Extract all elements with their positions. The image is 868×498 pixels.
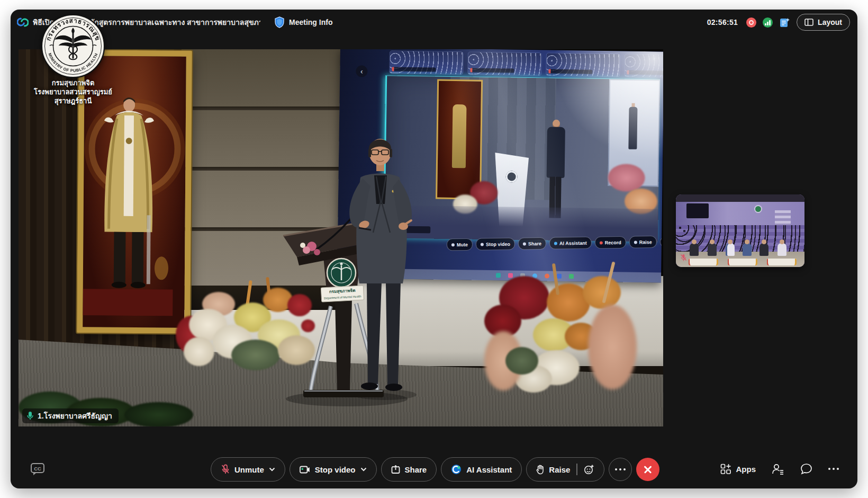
control-bar-right: Apps [720, 457, 839, 481]
share-button[interactable]: Share [381, 457, 437, 482]
webex-meeting-window: พิธีเปิดการอบรมหลักสูตรการพยาบาลเฉพาะทาง… [11, 10, 857, 488]
meeting-control-bar: CC Unmute Stop video [11, 457, 857, 481]
projected-ai-assistant-button: AI Assistant [549, 237, 592, 250]
chat-icon [800, 463, 812, 475]
pip-thumbnail-video[interactable] [676, 194, 804, 267]
flower-arrangement-left [184, 287, 319, 382]
chat-button[interactable] [800, 463, 812, 475]
webex-logo-icon [17, 16, 29, 28]
mic-muted-icon [221, 464, 230, 475]
reactions-icon[interactable] [584, 464, 594, 475]
flower-blob [184, 337, 214, 366]
raise-hand-button[interactable]: Raise [526, 457, 604, 482]
apps-icon [720, 464, 731, 475]
participants-icon [772, 463, 784, 475]
apps-button[interactable]: Apps [720, 464, 756, 475]
share-icon [391, 465, 400, 474]
projected-raise-button: Raise [629, 236, 656, 248]
raise-hand-icon [536, 465, 544, 475]
top-bar-right: 02:56:51 Layout [707, 10, 850, 35]
ai-assistant-label: AI Assistant [466, 465, 512, 474]
ai-assistant-icon [451, 464, 462, 475]
leave-meeting-button[interactable] [636, 458, 659, 481]
projected-flowers [608, 164, 645, 192]
projected-record-button: Record [594, 236, 626, 249]
audience-person [743, 243, 752, 256]
stop-video-label: Stop video [315, 465, 356, 474]
closed-captions-button[interactable]: CC [30, 461, 46, 476]
muted-mic-icon [680, 254, 687, 262]
active-speaker-label: 1.โรงพยาบาลศรีธัญญา [22, 408, 119, 423]
audience-person [760, 243, 768, 256]
projected-stop-video-button: Stop video [476, 238, 515, 251]
projected-share-button: Share [518, 237, 546, 250]
flower-blob [231, 340, 280, 370]
connection-quality-icon[interactable] [763, 17, 773, 28]
thumbnail-table [689, 259, 718, 265]
audience-person [726, 243, 735, 256]
podium-sign: กรมสุขภาพจิต Department of Mental Health [321, 286, 364, 302]
flower-arrangement-right [484, 272, 638, 408]
speaker-mic-icon [26, 411, 34, 421]
meeting-info-label: Meeting Info [289, 18, 332, 26]
recording-indicator-icon[interactable] [746, 17, 756, 28]
stop-video-button[interactable]: Stop video [290, 457, 377, 482]
apps-label: Apps [736, 465, 756, 474]
flower-blob [301, 319, 315, 332]
layout-label: Layout [818, 18, 842, 26]
pill-divider [576, 464, 577, 475]
flower-blob [588, 305, 637, 389]
flower-blob [505, 347, 538, 375]
unmute-label: Unmute [234, 465, 264, 474]
chevron-down-icon [360, 467, 367, 472]
active-speaker-name: 1.โรงพยาบาลศรีธัญญา [38, 410, 112, 422]
plant-blob [124, 402, 193, 426]
control-bar-center: Unmute Stop video Share [211, 457, 659, 482]
flower-blob [287, 294, 312, 316]
layout-button[interactable]: Layout [797, 14, 850, 31]
meeting-title: พิธีเปิดการอบรมหลักสูตรการพยาบาลเฉพาะทาง… [33, 16, 260, 28]
thumbnail-screen [686, 203, 709, 218]
thumbnail-table [728, 259, 757, 265]
more-icon [615, 468, 626, 470]
audience-person [777, 243, 786, 256]
royal-portrait-figure [83, 56, 174, 316]
chevron-down-icon [269, 467, 275, 472]
thumbnail-wall-logo [755, 206, 761, 212]
thumbnail-ceiling [676, 194, 804, 202]
overflow-icon [828, 468, 839, 470]
projected-filmstrip-tile [625, 55, 663, 78]
main-stage-video: ‹ Mute Stop video Share AI Assistant R [19, 49, 663, 426]
audience-person [708, 243, 717, 256]
cc-text: CC [34, 466, 41, 472]
audience-person [690, 243, 699, 256]
cc-icon: CC [30, 461, 46, 476]
meeting-timer: 02:56:51 [707, 18, 738, 26]
unmute-button[interactable]: Unmute [211, 457, 285, 482]
more-options-button[interactable] [609, 458, 632, 481]
projected-filmstrip-tile [468, 52, 541, 75]
thumbnail-table [767, 259, 797, 265]
camera-icon [300, 466, 310, 474]
overflow-menu-button[interactable] [828, 468, 839, 470]
projected-speaker [539, 119, 573, 220]
participants-button[interactable] [772, 463, 784, 475]
notes-icon[interactable] [779, 17, 790, 28]
projected-filmstrip [390, 51, 663, 77]
projected-filmstrip-tile [390, 51, 463, 74]
shield-icon [274, 16, 285, 28]
meeting-info-button[interactable]: Meeting Info [274, 16, 332, 28]
share-label: Share [405, 465, 427, 474]
flower-blob [583, 276, 621, 309]
flower-blob [278, 335, 315, 365]
layout-icon [804, 19, 813, 26]
raise-hand-label: Raise [549, 465, 570, 474]
projected-filmstrip-tile [546, 53, 620, 76]
projected-speaker-body [547, 127, 565, 177]
royal-portrait [77, 50, 192, 333]
meeting-top-bar: พิธีเปิดการอบรมหลักสูตรการพยาบาลเฉพาะทาง… [11, 10, 857, 35]
projected-chevron-left-icon: ‹ [356, 65, 367, 77]
projected-reactions-button [659, 236, 663, 247]
ai-assistant-button[interactable]: AI Assistant [441, 457, 522, 482]
